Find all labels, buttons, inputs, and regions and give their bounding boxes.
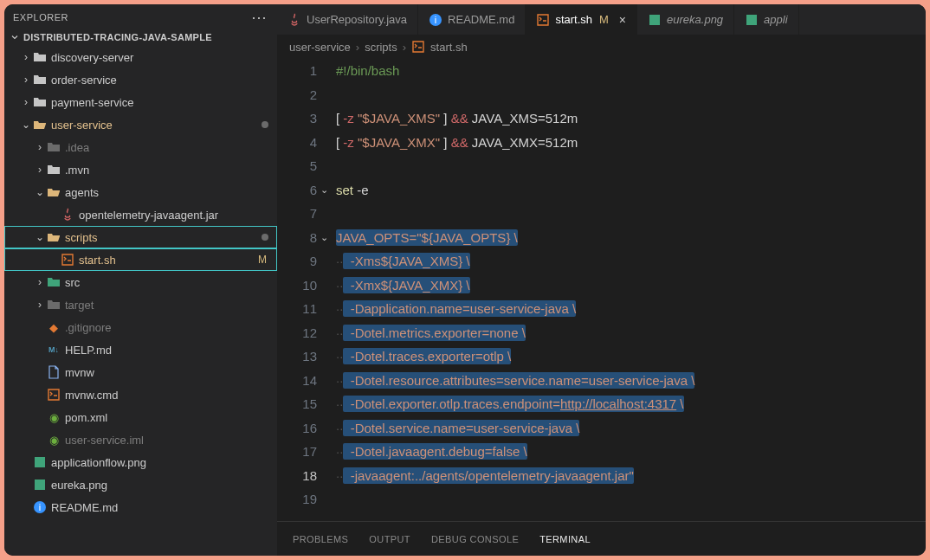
project-root[interactable]: DISTRIBUTED-TRACING-JAVA-SAMPLE	[4, 30, 277, 44]
fold-icon[interactable]: ⌄	[320, 178, 328, 202]
git-icon: ◆	[46, 321, 61, 334]
image-icon	[745, 13, 759, 27]
svg-text:i: i	[39, 502, 41, 512]
tree-file-gitignore[interactable]: ◆ .gitignore	[4, 316, 277, 338]
tree-label: .mvn	[65, 164, 277, 177]
svg-text:i: i	[435, 15, 436, 25]
tab-start[interactable]: start.sh M ×	[526, 4, 637, 35]
folder-icon	[32, 50, 48, 64]
tree-label: .idea	[65, 141, 277, 154]
tree-folder-order[interactable]: › order-service	[4, 68, 277, 91]
tab-userrepo[interactable]: UserRepository.java	[277, 4, 418, 35]
code-body[interactable]: #!/bin/bash [ -z "$JAVA_XMS" ] && JAVA_X…	[336, 59, 926, 521]
code-editor[interactable]: 1234567 891011121314 1516171819 #!/bin/b…	[277, 59, 926, 521]
panel-tab-debug[interactable]: DEBUG CONSOLE	[431, 534, 519, 544]
tree-file-iml[interactable]: ◉ user-service.iml	[4, 428, 277, 451]
crumb-segment[interactable]: user-service	[289, 41, 351, 54]
editor-tabs: UserRepository.java i README.md start.sh…	[277, 4, 926, 35]
folder-icon	[32, 73, 48, 87]
iml-icon: ◉	[46, 434, 61, 447]
tree-label: mvnw.cmd	[65, 389, 277, 402]
shell-icon	[411, 40, 425, 54]
tree-file-eureka[interactable]: eureka.png	[4, 473, 277, 496]
tree-file-mvnw[interactable]: mvnw	[4, 361, 277, 383]
tree-file-jar[interactable]: opentelemetry-javaagent.jar	[4, 203, 277, 226]
folder-icon	[46, 140, 61, 154]
folder-icon	[46, 275, 61, 289]
file-icon	[46, 365, 61, 379]
tree-folder-discovery[interactable]: › discovery-server	[4, 46, 277, 68]
crumb-segment[interactable]: start.sh	[430, 41, 468, 54]
markdown-icon: M↓	[46, 345, 61, 354]
tab-readme[interactable]: i README.md	[418, 4, 526, 35]
tab-close-icon[interactable]: ×	[619, 13, 626, 27]
tree-label: mvnw	[65, 366, 277, 379]
crumb-segment[interactable]: scripts	[365, 41, 397, 54]
tree-file-readme[interactable]: i README.md	[4, 496, 277, 518]
fold-icon[interactable]: ⌄	[320, 226, 328, 249]
tree-label: user-service.iml	[65, 434, 277, 447]
folder-icon	[32, 95, 48, 109]
panel-tab-terminal[interactable]: TERMINAL	[539, 534, 591, 544]
tree-label: src	[65, 276, 277, 289]
tree-folder-src[interactable]: › src	[4, 271, 277, 293]
tree-file-help[interactable]: M↓ HELP.md	[4, 338, 277, 361]
folder-open-icon	[32, 118, 48, 132]
tab-label: README.md	[448, 13, 514, 26]
folder-icon	[46, 163, 61, 177]
tree-label: HELP.md	[65, 344, 277, 357]
shell-icon	[60, 253, 75, 267]
tree-folder-payment[interactable]: › payment-service	[4, 91, 277, 113]
tree-label: README.md	[51, 501, 277, 514]
tree-label: payment-service	[51, 96, 277, 109]
tree-label: eureka.png	[51, 479, 277, 492]
tree-folder-idea[interactable]: › .idea	[4, 136, 277, 158]
code-line: #!/bin/bash	[336, 63, 399, 78]
image-icon	[32, 455, 48, 469]
tab-modified-badge: M	[599, 13, 609, 26]
tree-folder-user[interactable]: ⌄ user-service	[4, 113, 277, 136]
breadcrumb[interactable]: user-service› scripts› start.sh	[277, 35, 926, 59]
panel-tab-problems[interactable]: PROBLEMS	[293, 534, 348, 544]
tree-file-pom[interactable]: ◉ pom.xml	[4, 406, 277, 428]
image-icon	[32, 478, 48, 492]
tree-file-mvnwcmd[interactable]: mvnw.cmd	[4, 383, 277, 406]
tree-label: .gitignore	[65, 321, 277, 334]
shell-icon	[536, 13, 550, 27]
tree-folder-agents[interactable]: ⌄ agents	[4, 181, 277, 203]
tree-label: user-service	[51, 119, 262, 132]
tab-label: UserRepository.java	[307, 13, 407, 26]
tree-label: start.sh	[79, 254, 277, 267]
tree-label: discovery-server	[51, 51, 277, 64]
tree-folder-scripts[interactable]: ⌄ scripts	[4, 226, 277, 248]
modified-dot-icon	[262, 121, 268, 128]
tree-folder-mvn[interactable]: › .mvn	[4, 158, 277, 181]
tree-label: order-service	[51, 74, 277, 87]
tab-label: eureka.png	[667, 13, 723, 26]
explorer-sidebar: EXPLORER ⋯ DISTRIBUTED-TRACING-JAVA-SAMP…	[4, 4, 277, 556]
jar-icon	[60, 208, 75, 222]
tree-label: opentelemetry-javaagent.jar	[79, 209, 277, 222]
tree-label: pom.xml	[65, 411, 277, 424]
explorer-header: EXPLORER ⋯	[4, 4, 277, 30]
tab-label: appli	[764, 13, 787, 26]
tree-file-start[interactable]: start.sh	[4, 248, 277, 271]
tree-label: target	[65, 299, 277, 312]
info-icon: i	[32, 500, 48, 514]
folder-icon	[46, 298, 61, 312]
folder-open-icon	[46, 185, 61, 199]
tree-label: scripts	[65, 231, 262, 244]
line-gutter: 1234567 891011121314 1516171819	[277, 59, 336, 521]
tab-appli[interactable]: appli	[734, 4, 798, 35]
panel-tab-output[interactable]: OUTPUT	[369, 534, 410, 544]
tree-label: applicationflow.png	[51, 456, 277, 469]
modified-dot-icon	[262, 234, 268, 241]
tree-folder-target[interactable]: › target	[4, 293, 277, 316]
image-icon	[648, 13, 662, 27]
project-name: DISTRIBUTED-TRACING-JAVA-SAMPLE	[23, 32, 212, 42]
explorer-title: EXPLORER	[13, 12, 68, 23]
tree-file-appflow[interactable]: applicationflow.png	[4, 451, 277, 473]
tab-label: start.sh	[555, 13, 592, 26]
java-icon	[287, 13, 301, 27]
tab-eureka[interactable]: eureka.png	[637, 4, 734, 35]
